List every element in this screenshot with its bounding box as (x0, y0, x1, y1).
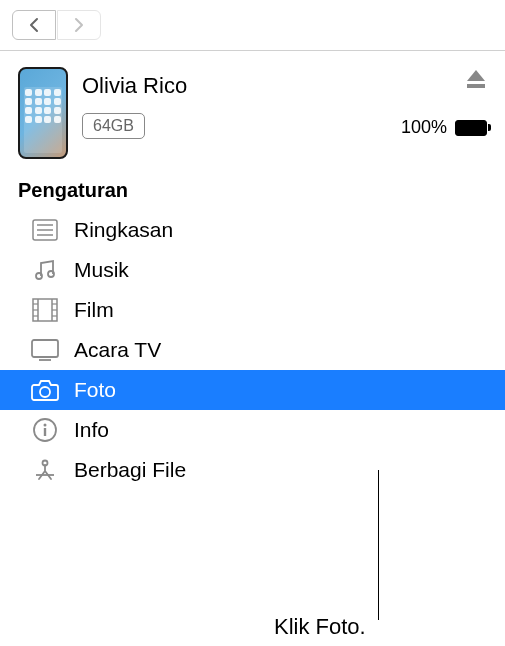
svg-rect-21 (44, 428, 46, 436)
apps-icon (30, 457, 60, 483)
nav-back-button[interactable] (12, 10, 56, 40)
battery-icon (455, 120, 487, 136)
sidebar-item-musik[interactable]: Musik (0, 250, 505, 290)
sidebar-item-label: Film (74, 298, 114, 322)
eject-icon (465, 69, 487, 89)
sidebar-item-label: Acara TV (74, 338, 161, 362)
callout-line (378, 470, 379, 620)
section-title: Pengaturan (0, 173, 505, 208)
sidebar-item-berbagi-file[interactable]: Berbagi File (0, 450, 505, 490)
tv-icon (30, 337, 60, 363)
sidebar-item-label: Foto (74, 378, 116, 402)
sidebar-item-label: Info (74, 418, 109, 442)
sidebar-item-foto[interactable]: Foto (0, 370, 505, 410)
svg-rect-16 (32, 340, 58, 357)
sidebar-item-info[interactable]: Info (0, 410, 505, 450)
nav-forward-button[interactable] (57, 10, 101, 40)
sidebar-item-label: Ringkasan (74, 218, 173, 242)
chevron-left-icon (28, 17, 40, 33)
callout-text: Klik Foto. (274, 614, 366, 640)
chevron-right-icon (73, 17, 85, 33)
device-header: Olivia Rico 64GB 100% (0, 51, 505, 173)
device-thumbnail (18, 67, 68, 159)
svg-rect-0 (467, 84, 485, 88)
sidebar: Ringkasan Musik Film Acara TV Foto Info (0, 208, 505, 490)
info-icon (30, 417, 60, 443)
device-info: Olivia Rico 64GB (82, 67, 387, 139)
summary-icon (30, 217, 60, 243)
film-icon (30, 297, 60, 323)
svg-point-18 (40, 387, 50, 397)
sidebar-item-label: Musik (74, 258, 129, 282)
music-icon (30, 257, 60, 283)
camera-icon (30, 377, 60, 403)
battery-status: 100% (401, 117, 487, 138)
svg-point-20 (44, 424, 47, 427)
sidebar-item-film[interactable]: Film (0, 290, 505, 330)
sidebar-item-ringkasan[interactable]: Ringkasan (0, 210, 505, 250)
eject-button[interactable] (465, 69, 487, 93)
device-right-controls: 100% (401, 67, 487, 138)
storage-badge: 64GB (82, 113, 145, 139)
toolbar (0, 0, 505, 51)
sidebar-item-label: Berbagi File (74, 458, 186, 482)
battery-percent: 100% (401, 117, 447, 138)
sidebar-item-acara-tv[interactable]: Acara TV (0, 330, 505, 370)
device-name: Olivia Rico (82, 73, 387, 99)
